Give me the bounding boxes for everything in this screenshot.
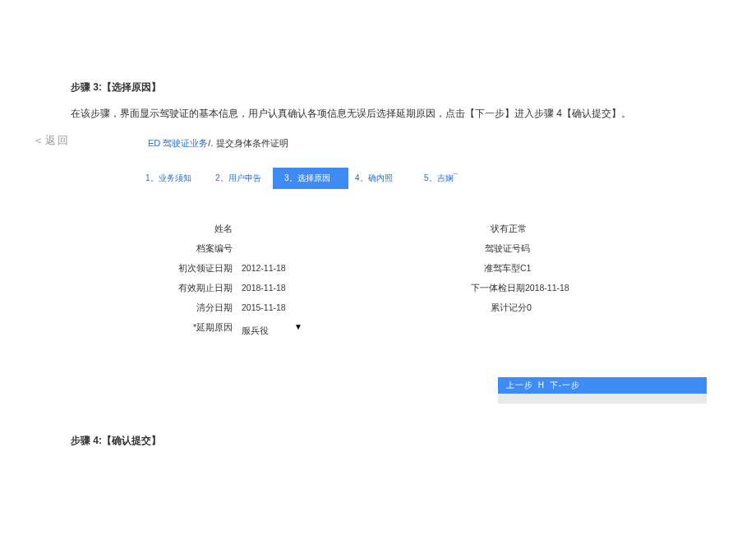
back-link[interactable]: ＜返回 [33,133,70,148]
value-expire: 2018-11-18 [242,283,406,293]
row-score: 累计记分0 [491,302,655,314]
sep: H [538,380,545,390]
step3-heading: 步骤 3:【选择原因】 [71,81,161,95]
step-1[interactable]: 1。业务须知 [145,173,191,184]
prev-step-text: 上一步 [506,380,533,390]
label-name: 姓名 [68,224,233,235]
step4-heading: 步骤 4:【确认提交】 [71,434,161,448]
step3-description: 在该步骤，界面显示驾驶证的基本信息，用户认真确认各项信息无误后选择延期原因，点击… [71,107,631,121]
step-5[interactable]: 5。吉娴¯ [424,173,458,184]
step-4[interactable]: 4。确内照 [355,173,393,184]
delay-reason-select[interactable]: 服兵役 ▼ [242,322,269,337]
label-delay: *延期原因 [68,322,233,334]
step-2[interactable]: 2。用户申告 [215,173,261,184]
next-step-text: 下-一步 [550,380,580,390]
label-clear: 清分日期 [68,302,233,314]
step-3-active[interactable]: 3。选择原因 [273,168,348,189]
bar-shadow [498,394,707,404]
label-firstdate: 初次领证日期 [68,263,233,274]
row-vehtype: 准驾车型C1 [484,263,648,274]
label-fileno: 档案编号 [68,243,233,255]
label-licno: 驾驶证号码 [485,243,649,255]
breadcrumb-rest: /. 提交身体条件证明 [208,138,288,148]
value-firstdate: 2012-11-18 [242,263,406,273]
row-nextcheck: 下一体检日期2018-11-18 [471,283,635,294]
label-expire: 有效期止日期 [68,283,233,294]
value-clear: 2015-11-18 [242,302,406,312]
next-step-bar[interactable]: 上一步 H 下-一步 [498,377,707,394]
chevron-down-icon: ▼ [294,322,302,331]
label-status: 状有正常 [491,224,655,235]
breadcrumb-link[interactable]: ED 驾驶证业务 [148,138,208,148]
delay-reason-value: 服兵役 [242,325,269,335]
breadcrumb: ED 驾驶证业务/. 提交身体条件证明 [148,137,288,150]
